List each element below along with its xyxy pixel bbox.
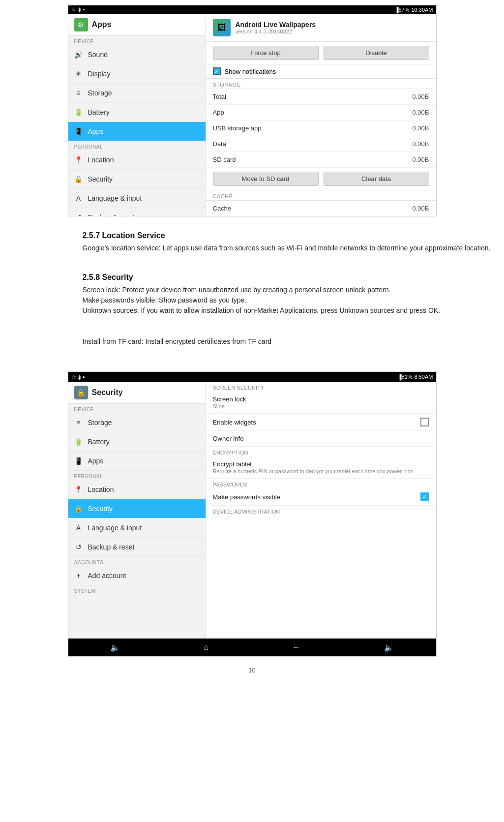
backup-icon: ↺ [74,213,83,216]
screen-lock-title: Screen lock [213,396,429,403]
total-label: Total [213,93,226,100]
encrypt-tablet-item[interactable]: Encrypt tablet Require a numeric PIN or … [206,457,436,479]
total-row: Total 0.00B [206,89,436,105]
location-icon-2: 📍 [74,485,83,494]
sidebar-item-label-add-account: Add account [88,572,126,579]
sidebar-item-security[interactable]: 🔒 Security [68,170,206,189]
sidebar-item-label-apps: Apps [88,127,104,135]
battery-icon-2: ▐81% [398,374,413,380]
usb-value: 0.00B [413,124,429,132]
sidebar-item-label-location: Location [88,156,114,164]
sidebar-item-battery-2[interactable]: 🔋 Battery [68,432,206,452]
sidebar-item-language-2[interactable]: A Language & input [68,518,206,538]
time-display-2: 8:50AM [415,374,433,380]
disable-button[interactable]: Disable [324,46,429,60]
encrypt-tablet-title: Encrypt tablet [213,460,429,468]
text-section-security: 2.5.8 Security Screen lock: Protect your… [68,268,504,362]
data-label: Data [213,140,226,148]
security-icon-2: 🔒 [74,504,83,513]
security-header-icon: 🔒 [74,386,88,399]
force-stop-button[interactable]: Force stop [213,46,319,60]
sidebar-item-sound[interactable]: 🔊 Sound [68,45,206,64]
apps-icon: 📱 [74,127,83,136]
storage-icon-2: ≡ [74,418,83,427]
system-section-label: SYSTEM [68,585,206,595]
clear-data-button[interactable]: Clear data [324,172,429,186]
sidebar-item-label-apps-2: Apps [88,457,104,465]
app-info: Android Live Wallpapers version 4.4.2-20… [236,21,429,34]
status-icons-right-2: ▐81% 8:50AM [398,374,433,380]
sd-card-value: 0.00B [413,156,429,163]
sidebar-header-1: ⚙ Apps [68,14,206,36]
nav-bar-2: 🔈 ⌂ ← 🔈 [68,639,436,656]
sidebar-item-backup[interactable]: ↺ Backup & reset [68,208,206,216]
lock-icon: 🔒 [77,389,85,396]
sidebar-item-location[interactable]: 📍 Location [68,151,206,170]
make-passwords-row[interactable]: Make passwords visible ✓ [206,488,436,506]
screen-security-label: SCREEN SECURITY [206,382,436,392]
sidebar-item-label-security-2: Security [88,505,113,513]
battery-sidebar-icon: 🔋 [74,108,83,117]
status-icons-left: ☆ ψ ▪ [71,6,85,13]
status-icons-left-2: ☆ ψ ▪ [71,374,85,380]
sidebar-2: 🔒 Security DEVICE ≡ Storage 🔋 Battery [68,382,206,639]
sidebar-item-add-account[interactable]: + Add account [68,566,206,585]
cache-row: Cache 0.00B [206,201,436,216]
sidebar-item-label-language-2: Language & input [88,524,142,532]
nav-home-icon-2[interactable]: ⌂ [204,643,208,652]
owner-info-item[interactable]: Owner info [206,431,436,447]
status-icons-right: ▐57% 10:30AM [395,7,433,13]
battery-icon-sidebar-2: 🔋 [74,437,83,446]
sidebar-item-security-2[interactable]: 🔒 Security [68,499,206,518]
nav-back-icon-2[interactable]: ← [293,643,300,652]
move-to-sd-button[interactable]: Move to SD card [213,172,319,186]
security-heading: 2.5.8 Security [83,273,504,282]
enable-widgets-row[interactable]: Enable widgets [206,414,436,431]
sidebar-item-label-backup: Backup & reset [88,213,135,216]
sidebar-item-label-battery-2: Battery [88,438,110,446]
sd-card-row: SD card 0.00B [206,152,436,168]
page-number: 10 [68,662,437,679]
total-value: 0.00B [413,93,429,100]
sidebar-item-display[interactable]: ☀ Display [68,64,206,84]
show-notifications-row[interactable]: ✓ Show notifications [206,64,436,79]
time-display: 10:30AM [411,7,433,13]
app-value: 0.00B [413,109,429,116]
sidebar-item-battery[interactable]: 🔋 Battery [68,103,206,122]
sidebar-item-apps-2[interactable]: 📱 Apps [68,452,206,471]
app-detail-panel: 🖼 Android Live Wallpapers version 4.4.2-… [206,14,436,216]
show-notifications-checkbox[interactable]: ✓ [213,67,221,75]
enable-widgets-checkbox[interactable] [420,418,429,426]
cache-section-label: CACHE [206,190,436,201]
sidebar-item-location-2[interactable]: 📍 Location [68,480,206,499]
location-heading: 2.5.7 Location Service [83,231,504,240]
make-passwords-checkbox[interactable]: ✓ [420,492,429,501]
sidebar-item-apps[interactable]: 📱 Apps [68,122,206,141]
personal-section-label-2: PERSONAL [68,471,206,480]
personal-section-label: PERSONAL [68,141,206,151]
app-icon: 🖼 [213,19,231,36]
screenshot-2: ☆ ψ ▪ ▐81% 8:50AM 🔒 Security DEVIC [68,371,437,657]
apps-icon-2: 📱 [74,457,83,465]
language-icon: A [74,194,83,203]
sound-icon: 🔊 [74,50,83,59]
location-icon: 📍 [74,155,83,164]
sidebar-item-backup-2[interactable]: ↺ Backup & reset [68,538,206,557]
security-panel: SCREEN SECURITY Screen lock Slide Enable… [206,382,436,639]
status-icons: ☆ ψ ▪ [71,6,85,13]
language-icon-2: A [74,523,83,532]
security-icon: 🔒 [74,175,83,183]
nav-volume-icon-2[interactable]: 🔈 [110,643,120,652]
data-row: Data 0.00B [206,136,436,152]
sd-card-label: SD card [213,156,236,163]
sidebar-item-storage-2[interactable]: ≡ Storage [68,413,206,432]
battery-icon: ▐57% [395,7,410,13]
sidebar-item-language[interactable]: A Language & input [68,189,206,208]
sidebar-item-storage[interactable]: ≡ Storage [68,84,206,103]
sidebar-item-label-storage: Storage [88,89,112,97]
sidebar-item-label-storage-2: Storage [88,419,112,426]
storage-section-label: STORAGE [206,79,436,89]
nav-volume2-icon-2[interactable]: 🔈 [384,643,394,652]
status-bar-2: ☆ ψ ▪ ▐81% 8:50AM [68,372,436,382]
screen-lock-item[interactable]: Screen lock Slide [206,392,436,414]
